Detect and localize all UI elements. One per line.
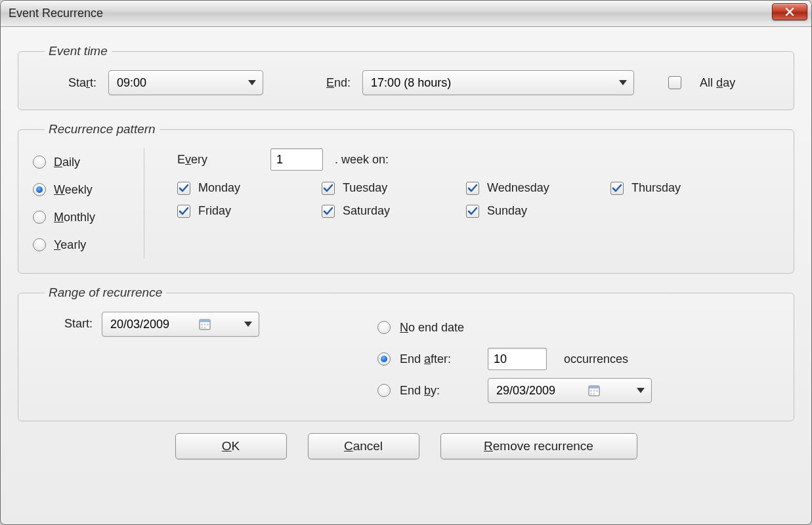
legend-range: Range of recurrence [45, 285, 166, 300]
ok-button[interactable]: OK [175, 433, 287, 459]
label-end-after: End after: [400, 352, 479, 366]
remove-recurrence-button[interactable]: Remove recurrence [440, 433, 637, 459]
label-all-day: All day [700, 76, 735, 90]
close-icon [785, 7, 794, 16]
label-daily: Daily [54, 156, 80, 169]
input-occurrences-value: 10 [494, 352, 507, 366]
checkbox-thursday[interactable] [610, 182, 624, 195]
ok-button-label: OK [222, 439, 240, 453]
radio-end-after[interactable] [377, 352, 391, 366]
label-range-start: Start: [64, 317, 93, 331]
svg-rect-1 [200, 320, 210, 322]
input-occurrences[interactable]: 10 [488, 348, 547, 370]
datepicker-range-start-value: 20/03/2009 [110, 318, 169, 331]
label-friday: Friday [198, 204, 231, 218]
label-no-end-date: No end date [400, 321, 464, 335]
cancel-button-label: Cancel [344, 439, 383, 453]
select-end-time-value: 17:00 (8 hours) [371, 76, 451, 90]
svg-rect-8 [589, 386, 599, 388]
label-saturday: Saturday [343, 204, 390, 218]
svg-rect-6 [204, 327, 206, 329]
svg-rect-10 [593, 390, 595, 392]
label-week-on: . week on: [335, 153, 389, 167]
chevron-down-icon [244, 322, 252, 327]
datepicker-end-by[interactable]: 29/03/2009 [488, 378, 652, 403]
group-range-of-recurrence: Range of recurrence Start: 20/03/2009 [18, 285, 794, 421]
radio-yearly[interactable] [33, 238, 46, 251]
label-monday: Monday [198, 181, 240, 195]
checkbox-saturday[interactable] [322, 205, 335, 218]
svg-rect-9 [590, 390, 592, 392]
svg-rect-11 [596, 390, 598, 392]
chevron-down-icon [637, 388, 645, 393]
checkbox-sunday[interactable] [466, 205, 479, 218]
group-recurrence-pattern: Recurrence pattern Daily Weekly Monthly [18, 122, 794, 274]
checkbox-all-day[interactable] [668, 76, 681, 89]
label-end-by: End by: [400, 384, 479, 398]
checkbox-tuesday[interactable] [322, 182, 335, 195]
legend-event-time: Event time [45, 44, 112, 58]
select-start-time[interactable]: 09:00 [108, 70, 263, 95]
checkbox-wednesday[interactable] [466, 182, 479, 195]
label-wednesday: Wednesday [487, 181, 549, 195]
dialog-client-area: Event time Start: 09:00 End: 17:00 (8 ho… [1, 27, 811, 524]
label-end-time: End: [326, 76, 351, 90]
datepicker-end-by-value: 29/03/2009 [496, 384, 555, 398]
datepicker-range-start[interactable]: 20/03/2009 [102, 312, 259, 337]
label-sunday: Sunday [487, 204, 527, 218]
weekday-checkbox-grid: Monday Tuesday Wednesday Thursday [177, 181, 779, 218]
svg-rect-3 [204, 324, 206, 326]
svg-rect-12 [590, 393, 592, 395]
label-every: Every [177, 153, 207, 167]
checkbox-monday[interactable] [177, 182, 190, 195]
remove-recurrence-button-label: Remove recurrence [484, 439, 593, 453]
label-occurrences: occurrences [564, 352, 628, 366]
radio-weekly[interactable] [33, 183, 46, 196]
svg-rect-5 [201, 327, 203, 329]
chevron-down-icon [248, 80, 256, 85]
cancel-button[interactable]: Cancel [308, 433, 419, 459]
svg-rect-4 [207, 324, 209, 326]
range-end-radio-group: No end date End after: 10 occurrences En… [299, 312, 779, 406]
close-button[interactable] [772, 3, 807, 20]
label-yearly: Yearly [54, 238, 86, 252]
label-thursday: Thursday [631, 181, 681, 195]
frequency-radio-group: Daily Weekly Monthly Yearly [33, 148, 144, 259]
radio-monthly[interactable] [33, 211, 46, 224]
label-weekly: Weekly [54, 183, 93, 197]
svg-rect-2 [201, 324, 203, 326]
dialog-window: Event Recurrence Event time Start: 09:00… [0, 0, 812, 525]
label-start-time: Start: [68, 76, 96, 90]
checkbox-friday[interactable] [177, 205, 190, 218]
svg-rect-13 [593, 393, 595, 395]
select-start-time-value: 09:00 [117, 76, 146, 90]
input-every-n[interactable]: 1 [270, 148, 323, 171]
window-title: Event Recurrence [9, 7, 103, 20]
group-event-time: Event time Start: 09:00 End: 17:00 (8 ho… [18, 44, 794, 110]
radio-daily[interactable] [33, 156, 46, 169]
calendar-icon [199, 318, 211, 330]
input-every-n-value: 1 [276, 153, 283, 167]
chevron-down-icon [619, 80, 627, 85]
title-bar: Event Recurrence [1, 1, 811, 27]
calendar-icon [588, 385, 600, 396]
radio-end-by[interactable] [377, 384, 391, 397]
label-tuesday: Tuesday [343, 181, 387, 195]
select-end-time[interactable]: 17:00 (8 hours) [362, 70, 634, 95]
dialog-button-row: OK Cancel Remove recurrence [12, 433, 800, 459]
legend-recurrence-pattern: Recurrence pattern [45, 122, 160, 136]
radio-no-end-date[interactable] [377, 321, 391, 334]
label-monthly: Monthly [54, 211, 95, 224]
